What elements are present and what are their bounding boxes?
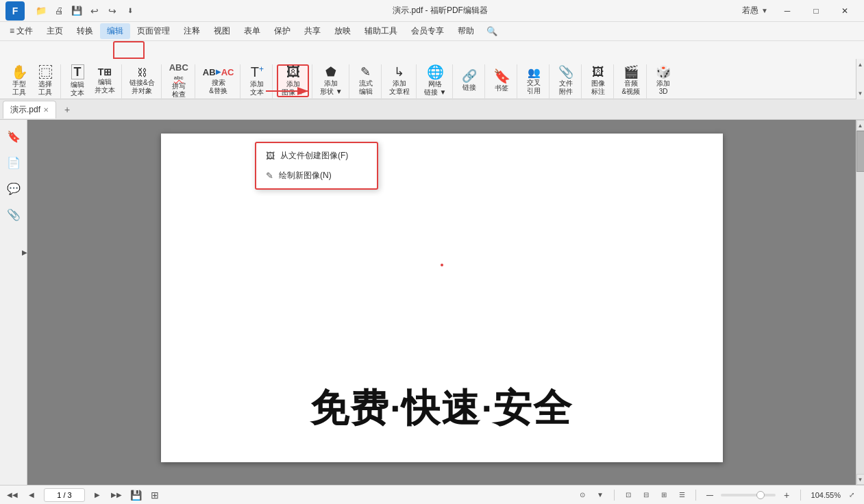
zoom-thumb[interactable] xyxy=(756,491,765,499)
document-tab[interactable]: 演示.pdf ✕ xyxy=(3,101,56,118)
separator-3 xyxy=(800,490,801,501)
link-merge-button[interactable]: ⛓ 链接&合并对象 xyxy=(126,64,158,97)
select-tool-button[interactable]: ⬚ 选择工具 xyxy=(33,64,58,97)
group-link: ⛓ 链接&合并对象 xyxy=(123,64,162,100)
multi-page-button[interactable]: ⊞ xyxy=(148,488,162,502)
separator-1 xyxy=(614,490,615,501)
hyperlink-button[interactable]: 🔗 链接 xyxy=(457,64,482,97)
attachment-button[interactable]: 📎 文件附件 xyxy=(554,64,578,97)
continuous-button[interactable]: ☰ xyxy=(675,488,689,502)
next-page-button[interactable]: ▶ xyxy=(90,488,104,502)
create-from-file-item[interactable]: 🖼 从文件创建图像(F) xyxy=(256,146,377,166)
scroll-up-button[interactable]: ▲ xyxy=(856,120,865,131)
single-page-button[interactable]: ⊟ xyxy=(639,488,653,502)
bookmark-button[interactable]: 🔖 书签 xyxy=(489,64,514,97)
zoom-slider[interactable] xyxy=(721,494,776,496)
draw-new-image-item[interactable]: ✎ 绘制新图像(N) xyxy=(256,166,377,186)
crossref-icon: 👥 xyxy=(528,67,541,77)
two-page-button[interactable]: ⊞ xyxy=(657,488,671,502)
tab-close-button[interactable]: ✕ xyxy=(43,106,49,114)
fit-page-button[interactable]: ⊡ xyxy=(621,488,635,502)
new-tab-button[interactable]: + xyxy=(59,101,75,118)
search-replace-button[interactable]: AB▶AC 搜索&替换 xyxy=(199,64,238,97)
menu-comment[interactable]: 注释 xyxy=(177,23,207,39)
menu-present[interactable]: 放映 xyxy=(328,23,358,39)
save-button[interactable]: 💾 xyxy=(129,488,143,502)
edit-text-button[interactable]: T 编辑文本 xyxy=(65,64,90,97)
link-icon: ⛓ xyxy=(137,67,147,77)
bookmark-icon: 🔖 xyxy=(493,69,510,83)
hand-tool-button[interactable]: ✋ 手型工具 xyxy=(7,64,32,97)
last-page-button[interactable]: ▶▶ xyxy=(110,488,123,502)
close-button[interactable]: ✕ xyxy=(831,1,859,21)
3d-icon: 🎲 xyxy=(656,66,671,78)
add-text-button[interactable]: T+ 添加文本 xyxy=(245,64,269,97)
img-annotation-button[interactable]: 🖼 图像标注 xyxy=(586,64,610,97)
menu-edit[interactable]: 编辑 xyxy=(100,23,130,39)
sidebar-bookmark-icon[interactable]: 🔖 xyxy=(3,125,25,147)
menu-protect[interactable]: 保护 xyxy=(267,23,297,39)
edit-merge-text-button[interactable]: T⊞ 编辑并文本 xyxy=(91,64,119,97)
window-controls: ─ □ ✕ xyxy=(774,1,859,21)
flow-icon: ✎ xyxy=(360,66,371,78)
ribbon-scroll-up[interactable]: ▲ xyxy=(856,60,864,69)
qa-undo[interactable]: ↩ xyxy=(86,3,103,19)
group-3d: 🎲 添加3D xyxy=(648,64,678,100)
qa-dropdown[interactable]: ⬇ xyxy=(122,3,138,19)
hand-icon: ✋ xyxy=(11,65,28,79)
menu-view[interactable]: 视图 xyxy=(207,23,237,39)
group-add-shape: ⬟ 添加形状 ▼ xyxy=(314,64,349,100)
search-icon[interactable]: 🔍 xyxy=(484,23,500,40)
sidebar-pages-icon[interactable]: 📄 xyxy=(3,151,25,173)
spell-check-button[interactable]: ABCabc 拼写检查 xyxy=(166,64,192,97)
zoom-in-button[interactable]: + xyxy=(780,488,793,502)
group-add-text: T+ 添加文本 xyxy=(242,64,273,100)
cross-ref-button[interactable]: 👥 交叉引用 xyxy=(521,64,546,97)
scroll-down-button[interactable]: ▼ xyxy=(856,474,865,485)
network-link-button[interactable]: 🌐 网络链接 ▼ xyxy=(421,64,450,97)
menu-convert[interactable]: 转换 xyxy=(70,23,100,39)
add-text-icon: T+ xyxy=(251,65,264,79)
select-icon: ⬚ xyxy=(39,65,52,79)
sidebar-expand-arrow[interactable]: ▶ xyxy=(22,249,27,256)
menu-file[interactable]: ≡ 文件 xyxy=(3,23,40,39)
add-article-button[interactable]: ↳ 添加文章程 xyxy=(386,64,413,97)
group-network: 🌐 网络链接 ▼ xyxy=(418,64,454,100)
media-button[interactable]: 🎬 音频&视频 xyxy=(618,64,643,97)
spell-icon: ABCabc xyxy=(169,63,188,81)
sidebar-attachment-icon[interactable]: 📎 xyxy=(3,203,25,225)
qa-redo[interactable]: ↪ xyxy=(104,3,121,19)
zoom-slider-container xyxy=(721,494,776,496)
add-shape-button[interactable]: ⬟ 添加形状 ▼ xyxy=(317,64,346,97)
pdf-page: 免费·快速·安全 xyxy=(161,134,723,462)
ribbon-scroll-down[interactable]: ▼ xyxy=(856,89,864,98)
menu-share[interactable]: 共享 xyxy=(297,23,328,39)
add-3d-button[interactable]: 🎲 添加3D xyxy=(651,64,676,97)
menu-home[interactable]: 主页 xyxy=(40,23,70,39)
qa-open[interactable]: 📁 xyxy=(33,3,49,19)
zoom-out-button[interactable]: ─ xyxy=(703,488,717,502)
eye-icon-button[interactable]: ⊙ xyxy=(576,488,589,502)
menu-vip[interactable]: 会员专享 xyxy=(404,23,451,39)
fullscreen-button[interactable]: ⤢ xyxy=(845,488,859,502)
flow-edit-button[interactable]: ✎ 流式编辑 xyxy=(354,64,378,97)
left-sidebar: 🔖 📄 💬 📎 ▶ xyxy=(0,120,27,485)
qa-print[interactable]: 🖨 xyxy=(51,3,67,19)
prev-page-button[interactable]: ◀ xyxy=(25,488,38,502)
sidebar-comments-icon[interactable]: 💬 xyxy=(3,177,25,199)
group-media: 🎬 音频&视频 xyxy=(615,64,647,100)
qa-save[interactable]: 💾 xyxy=(69,3,85,19)
menu-form[interactable]: 表单 xyxy=(237,23,267,39)
scroll-thumb[interactable] xyxy=(856,131,865,172)
page-input[interactable] xyxy=(44,488,85,502)
export-button[interactable]: ▼ xyxy=(593,488,607,502)
menu-tools[interactable]: 辅助工具 xyxy=(358,23,404,39)
maximize-button[interactable]: □ xyxy=(802,1,830,21)
minimize-button[interactable]: ─ xyxy=(774,1,801,21)
pdf-canvas: 免费·快速·安全 xyxy=(27,120,856,485)
status-right: ⊙ ▼ ⊡ ⊟ ⊞ ☰ ─ + 104.55% ⤢ xyxy=(576,488,859,502)
add-image-button[interactable]: 🖼 添加图像 ▼ xyxy=(277,64,309,97)
first-page-button[interactable]: ◀◀ xyxy=(5,488,19,502)
menu-page[interactable]: 页面管理 xyxy=(130,23,177,39)
menu-help[interactable]: 帮助 xyxy=(451,23,481,39)
